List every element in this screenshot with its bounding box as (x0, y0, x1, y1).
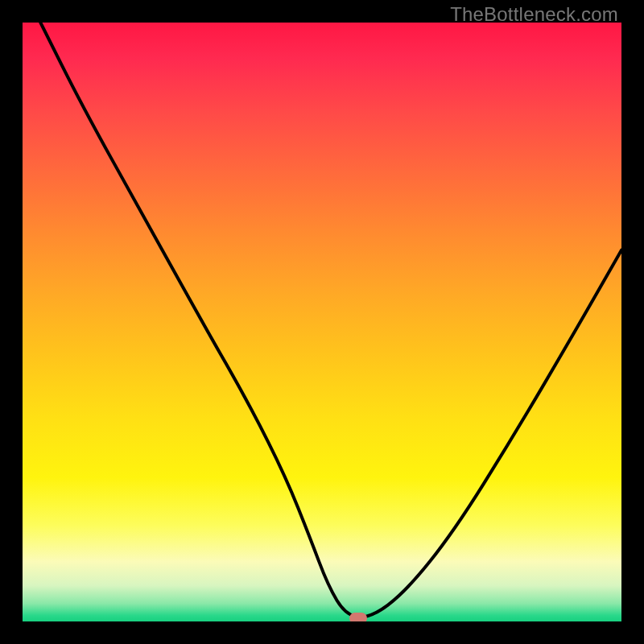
plot-area (23, 23, 621, 621)
optimum-marker (349, 613, 367, 621)
watermark-label: TheBottleneck.com (450, 3, 618, 26)
bottleneck-curve (23, 23, 621, 621)
chart-frame: TheBottleneck.com (0, 0, 644, 644)
